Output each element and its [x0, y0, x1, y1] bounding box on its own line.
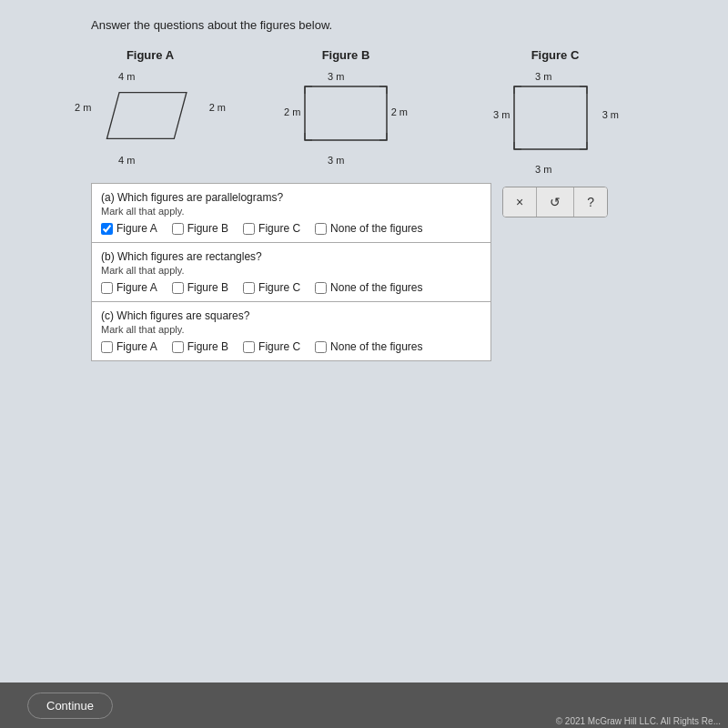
question-c-option-none[interactable]: None of the figures	[315, 340, 422, 353]
figure-c-container: Figure C 3 m 3 m 3 m 3 m	[510, 48, 601, 161]
checkbox-c-figure-b[interactable]	[172, 341, 184, 353]
question-b-options: Figure A Figure B Figure C None of the f…	[101, 281, 481, 294]
checkbox-a-figure-c[interactable]	[243, 223, 255, 235]
figures-row: Figure A 4 m 2 m 2 m 4 m Figure B 3 m 2 …	[91, 48, 701, 161]
action-buttons-panel: × ↺ ?	[502, 187, 608, 217]
question-b-option-figure-b[interactable]: Figure B	[172, 281, 228, 294]
figure-c-svg	[510, 84, 592, 152]
question-c-option-figure-a[interactable]: Figure A	[101, 340, 157, 353]
question-a-subtext: Mark all that apply.	[101, 206, 481, 217]
question-b-option-figure-c[interactable]: Figure C	[243, 281, 300, 294]
question-c-text: (c) Which figures are squares?	[101, 309, 481, 322]
figure-b-svg	[300, 84, 391, 143]
figure-a-wrapper: 4 m 2 m 2 m 4 m	[91, 84, 209, 152]
close-button[interactable]: ×	[503, 187, 537, 217]
checkbox-b-none[interactable]	[315, 282, 327, 294]
question-b-text: (b) Which figures are rectangles?	[101, 250, 481, 263]
figure-c-wrapper: 3 m 3 m 3 m 3 m	[510, 84, 601, 161]
svg-rect-10	[514, 86, 587, 149]
checkbox-a-figure-b[interactable]	[172, 223, 184, 235]
figure-a-container: Figure A 4 m 2 m 2 m 4 m	[91, 48, 209, 152]
checkbox-b-figure-a[interactable]	[101, 282, 113, 294]
question-b-section: (b) Which figures are rectangles? Mark a…	[92, 243, 490, 302]
figure-c-label: Figure C	[531, 48, 580, 62]
question-a-text: (a) Which figures are parallelograms?	[101, 191, 481, 204]
figure-a-dim-top: 4 m	[118, 71, 135, 82]
question-a-option-figure-b[interactable]: Figure B	[172, 222, 228, 235]
continue-bar: Continue © 2021 McGraw Hill LLC. All Rig…	[0, 682, 728, 728]
copyright-text: © 2021 McGraw Hill LLC. All Rights Re...	[556, 716, 721, 726]
checkbox-b-figure-c[interactable]	[243, 282, 255, 294]
checkbox-c-figure-c[interactable]	[243, 341, 255, 353]
figure-a-dim-right: 2 m	[209, 102, 226, 113]
figure-b-container: Figure B 3 m 2 m 2 m 3 m	[300, 48, 391, 152]
question-c-subtext: Mark all that apply.	[101, 324, 481, 335]
figure-b-dim-top: 3 m	[328, 71, 344, 82]
checkbox-a-figure-a[interactable]	[101, 223, 113, 235]
instruction-text: Answer the questions about the figures b…	[91, 18, 701, 32]
question-b-subtext: Mark all that apply.	[101, 265, 481, 276]
figure-b-dim-left: 2 m	[284, 106, 300, 117]
svg-rect-1	[305, 86, 387, 140]
figure-c-dim-right: 3 m	[602, 109, 619, 120]
question-a-section: (a) Which figures are parallelograms? Ma…	[92, 184, 490, 243]
help-button[interactable]: ?	[574, 187, 607, 217]
checkbox-b-figure-b[interactable]	[172, 282, 184, 294]
question-a-option-none[interactable]: None of the figures	[315, 222, 422, 235]
figure-a-dim-left: 2 m	[75, 102, 91, 113]
checkbox-a-none[interactable]	[315, 223, 327, 235]
figure-b-dim-bottom: 3 m	[328, 155, 344, 166]
question-a-option-figure-a[interactable]: Figure A	[101, 222, 157, 235]
questions-box: (a) Which figures are parallelograms? Ma…	[91, 183, 491, 361]
question-b-option-figure-a[interactable]: Figure A	[101, 281, 157, 294]
question-c-options: Figure A Figure B Figure C None of the f…	[101, 340, 481, 353]
question-a-option-figure-c[interactable]: Figure C	[243, 222, 300, 235]
figure-b-wrapper: 3 m 2 m 2 m 3 m	[300, 84, 391, 152]
questions-area: (a) Which figures are parallelograms? Ma…	[91, 183, 701, 361]
checkbox-c-figure-a[interactable]	[101, 341, 113, 353]
figure-c-dim-bottom: 3 m	[535, 164, 551, 175]
question-b-option-none[interactable]: None of the figures	[315, 281, 422, 294]
svg-marker-0	[106, 93, 186, 139]
figure-a-dim-bottom: 4 m	[118, 155, 135, 166]
question-c-section: (c) Which figures are squares? Mark all …	[92, 302, 490, 360]
figure-b-label: Figure B	[322, 48, 370, 62]
reset-button[interactable]: ↺	[537, 187, 574, 217]
question-a-options: Figure A Figure B Figure C None of the f…	[101, 222, 481, 235]
continue-button[interactable]: Continue	[27, 693, 113, 719]
question-c-option-figure-c[interactable]: Figure C	[243, 340, 300, 353]
main-content: Answer the questions about the figures b…	[0, 0, 728, 692]
figure-c-dim-top: 3 m	[535, 71, 551, 82]
figure-c-dim-left: 3 m	[493, 109, 510, 120]
checkbox-c-none[interactable]	[315, 341, 327, 353]
figure-a-svg	[91, 84, 200, 147]
figure-b-dim-right: 2 m	[391, 106, 408, 117]
question-c-option-figure-b[interactable]: Figure B	[172, 340, 228, 353]
figure-a-label: Figure A	[126, 48, 174, 62]
